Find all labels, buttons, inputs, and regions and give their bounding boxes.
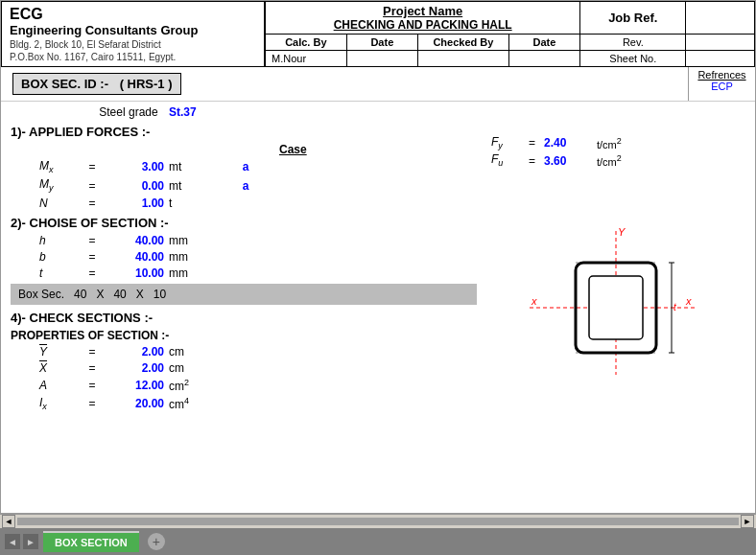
section2-title: 2)- CHOISE OF SECTION :- xyxy=(11,216,477,230)
steel-grade-row: Steel grade St.37 xyxy=(11,105,285,119)
b-row: b = 40.00 mm xyxy=(39,250,477,264)
h-row: h = 40.00 mm xyxy=(39,234,477,247)
ix-row: Ix = 20.00 cm4 xyxy=(39,396,477,411)
job-ref-label: Job Ref. xyxy=(580,2,686,35)
header-table: ECG Engineering Consultants Group Bldg. … xyxy=(1,1,755,67)
calc-by-label: Calc. By xyxy=(265,35,346,51)
references-label: Refrences xyxy=(691,69,753,81)
tab-next-btn[interactable]: ► xyxy=(23,534,38,549)
ecg-title: ECG xyxy=(10,6,256,23)
section4: 4)- CHECK SECTIONS :- PROPERTIES OF SECT… xyxy=(11,311,477,411)
tab-bar: ◄ ► BOX SECTION + xyxy=(0,528,756,555)
rev-label: Rev. xyxy=(580,35,686,51)
project-name: CHECKING AND PACKING HALL xyxy=(271,18,575,32)
project-label: Project Name xyxy=(271,4,575,18)
y-bar-row: Y = 2.00 cm xyxy=(39,345,477,358)
scrollbar: ◄ ► xyxy=(0,514,756,528)
app-container: ECG Engineering Consultants Group Bldg. … xyxy=(0,0,756,555)
fy-fu-section: Fy = 2.40 t/cm2 Fu = 3.60 t/cm2 xyxy=(491,135,750,169)
calc-by-value: M.Nour xyxy=(265,51,346,67)
references-ecp[interactable]: ECP xyxy=(691,81,753,92)
t-row: t = 10.00 mm xyxy=(39,266,477,280)
scroll-track[interactable] xyxy=(17,518,739,525)
tab-add-btn[interactable]: + xyxy=(148,533,165,550)
section-svg: Y x x xyxy=(510,226,702,380)
ecg-addr1: Bldg. 2, Block 10, El Sefarat District xyxy=(10,39,256,50)
box-sec-summary: Box Sec. 40 X 40 X 10 xyxy=(11,284,477,305)
svg-rect-6 xyxy=(589,276,643,339)
scroll-right-btn[interactable]: ► xyxy=(741,515,754,528)
main-content: ECG Engineering Consultants Group Bldg. … xyxy=(0,0,756,514)
date2-label: Date xyxy=(508,35,579,51)
svg-text:Y: Y xyxy=(618,226,626,238)
mx-row: Mx = 3.00 mt a xyxy=(39,159,477,174)
date-label: Date xyxy=(346,35,417,51)
box-section-diagram: Y x x xyxy=(510,226,750,382)
box-sec-id-row: BOX SEC. ID :- ( HRS-1 ) Refrences ECP xyxy=(1,67,755,102)
section1-title: 1)- APPLIED FORCES :- xyxy=(11,125,477,139)
svg-text:t: t xyxy=(673,302,677,312)
svg-text:x: x xyxy=(685,295,692,307)
fy-row: Fy = 2.40 t/cm2 xyxy=(491,135,750,150)
x-bar-row: X = 2.00 cm xyxy=(39,361,477,375)
section1: 1)- APPLIED FORCES :- Case Mx = 3.00 mt xyxy=(11,125,477,210)
section4-title: 4)- CHECK SECTIONS :- xyxy=(11,311,477,325)
my-row: My = 0.00 mt a xyxy=(39,177,477,193)
svg-text:x: x xyxy=(531,295,537,307)
a-row: A = 12.00 cm2 xyxy=(39,378,477,393)
applied-forces-header: Case xyxy=(11,143,477,156)
right-side: Fy = 2.40 t/cm2 Fu = 3.60 t/cm2 xyxy=(486,102,755,415)
section4-subtitle: PROPERTIES OF SECTION :- xyxy=(11,329,477,342)
checked-by-label: Checked By xyxy=(418,35,509,51)
tab-nav: ◄ ► xyxy=(5,534,38,549)
fu-row: Fu = 3.60 t/cm2 xyxy=(491,152,750,168)
n-row: N = 1.00 t xyxy=(39,197,477,210)
tab-prev-btn[interactable]: ◄ xyxy=(5,534,20,549)
calc-wrapper: Steel grade St.37 1)- APPLIED FORCES :- … xyxy=(1,102,755,415)
left-calc: Steel grade St.37 1)- APPLIED FORCES :- … xyxy=(1,102,486,415)
box-sec-id: BOX SEC. ID :- ( HRS-1 ) xyxy=(12,73,181,95)
section2: 2)- CHOISE OF SECTION :- h = 40.00 mm b … xyxy=(11,216,477,305)
ecg-subtitle: Engineering Consultants Group xyxy=(10,23,256,37)
ecg-addr2: P.O.Box No. 1167, Cairo 11511, Egypt. xyxy=(10,52,256,62)
sheet-label: Sheet No. xyxy=(580,51,686,67)
tab-box-section[interactable]: BOX SECTION xyxy=(43,531,139,552)
scroll-left-btn[interactable]: ◄ xyxy=(2,515,15,528)
case-label: Case xyxy=(279,143,337,156)
